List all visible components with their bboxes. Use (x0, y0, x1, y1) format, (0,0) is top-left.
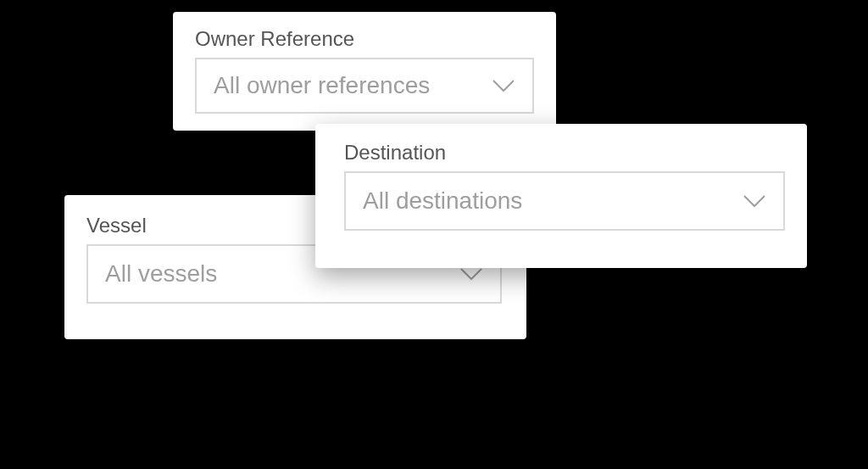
chevron-down-icon (743, 194, 766, 208)
destination-card: Destination All destinations (315, 124, 807, 268)
destination-value: All destinations (363, 187, 522, 215)
destination-label: Destination (344, 141, 785, 165)
filters-stage: Owner Reference All owner references Ves… (0, 0, 868, 469)
chevron-down-icon (492, 79, 515, 92)
vessel-value: All vessels (105, 260, 217, 288)
chevron-down-icon (459, 267, 483, 281)
destination-select[interactable]: All destinations (344, 171, 785, 231)
owner-reference-card: Owner Reference All owner references (173, 12, 556, 131)
owner-reference-select[interactable]: All owner references (195, 58, 534, 114)
owner-reference-label: Owner Reference (195, 27, 534, 51)
owner-reference-value: All owner references (214, 72, 430, 99)
